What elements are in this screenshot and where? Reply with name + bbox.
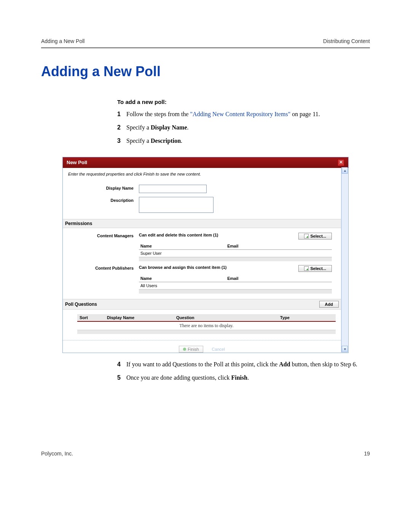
step-3: 3 Specify a Description. bbox=[117, 136, 370, 145]
scroll-up-icon[interactable]: ▴ bbox=[342, 167, 348, 174]
dialog-titlebar: New Poll ✕ bbox=[63, 157, 348, 168]
content-publishers-block: Content Publishers Can browse and assign… bbox=[68, 265, 336, 294]
cancel-button[interactable]: Cancel bbox=[212, 347, 225, 351]
edit-icon bbox=[304, 266, 309, 271]
link-adding-content[interactable]: "Adding New Content Repository Items" bbox=[190, 111, 291, 117]
edit-icon bbox=[304, 234, 309, 238]
poll-questions-section-header: Poll Questions Add bbox=[63, 299, 341, 310]
step-2: 2 Specify a Display Name. bbox=[117, 123, 370, 132]
header-right: Distributing Content bbox=[323, 38, 370, 44]
page-title: Adding a New Poll bbox=[41, 64, 370, 80]
display-name-label: Display Name bbox=[68, 185, 139, 190]
step-1: 1 Follow the steps from the "Adding New … bbox=[117, 110, 370, 118]
procedure-heading: To add a new poll: bbox=[117, 99, 370, 105]
header-left: Adding a New Poll bbox=[41, 38, 84, 44]
step-5: 5 Once you are done adding questions, cl… bbox=[117, 373, 370, 382]
description-input[interactable] bbox=[139, 197, 213, 213]
dialog-title: New Poll bbox=[67, 160, 87, 165]
table-row: Super User bbox=[139, 249, 332, 257]
finish-button[interactable]: Finish bbox=[179, 346, 203, 353]
managers-table: Name Email Super User bbox=[139, 243, 332, 257]
check-icon bbox=[183, 348, 186, 351]
dialog-instruction: Enter the requested properties and click… bbox=[68, 172, 336, 176]
close-icon[interactable]: ✕ bbox=[338, 159, 344, 166]
publishers-table: Name Email All Users bbox=[139, 275, 332, 289]
dialog-buttons: Finish Cancel bbox=[63, 340, 341, 353]
steps-bottom: 4 If you want to add Questions to the Po… bbox=[117, 360, 370, 382]
table-row: All Users bbox=[139, 282, 332, 289]
display-name-input[interactable] bbox=[139, 185, 207, 193]
step-4: 4 If you want to add Questions to the Po… bbox=[117, 360, 370, 369]
poll-questions-table: Sort Display Name Question Type There ar… bbox=[77, 314, 336, 330]
empty-message: There are no items to display. bbox=[77, 321, 336, 330]
content-managers-block: Content Managers Can edit and delete thi… bbox=[68, 233, 336, 261]
steps-top: 1 Follow the steps from the "Adding New … bbox=[117, 110, 370, 145]
managers-select-button[interactable]: Select... bbox=[298, 233, 332, 240]
header-rule bbox=[41, 47, 370, 48]
scrollbar[interactable]: ▴ ▾ bbox=[341, 167, 348, 352]
footer-left: Polycom, Inc. bbox=[41, 451, 73, 457]
footer-page-number: 19 bbox=[364, 451, 370, 457]
page-footer: Polycom, Inc. 19 bbox=[41, 451, 370, 457]
page-header: Adding a New Poll Distributing Content bbox=[41, 38, 370, 44]
add-question-button[interactable]: Add bbox=[319, 301, 339, 308]
permissions-section-header: Permissions bbox=[63, 219, 341, 228]
new-poll-dialog: New Poll ✕ Enter the requested propertie… bbox=[62, 157, 349, 353]
description-label: Description bbox=[68, 197, 139, 203]
scroll-down-icon[interactable]: ▾ bbox=[342, 346, 348, 352]
publishers-select-button[interactable]: Select... bbox=[298, 265, 332, 272]
